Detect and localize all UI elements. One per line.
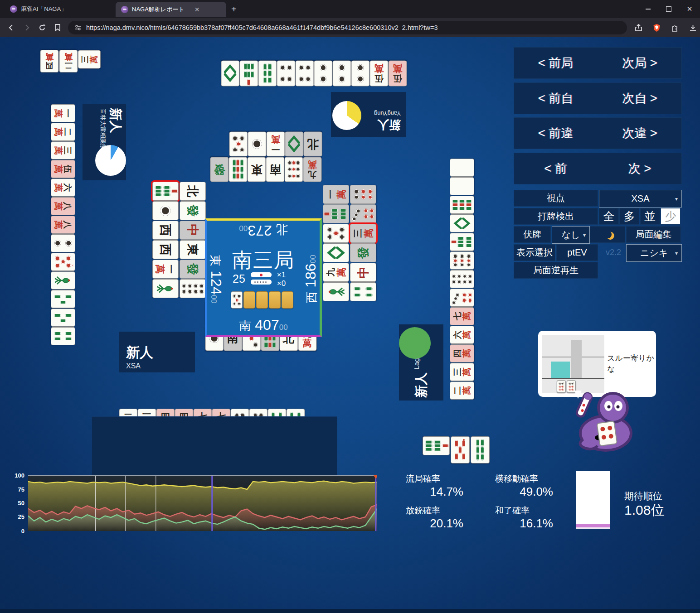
- ytick-50: 50: [12, 500, 24, 507]
- tile-E: 東: [180, 240, 206, 259]
- tile-5p: [323, 224, 349, 243]
- player-box-right: 新人 Lagrima: [399, 324, 443, 401]
- tile-6p: [350, 185, 376, 204]
- probability-timeline-chart[interactable]: [28, 475, 377, 531]
- score-south: 南 40700: [207, 317, 320, 334]
- player-rank: 新人: [413, 372, 430, 398]
- tile-0p: [51, 253, 75, 271]
- tile-8m: 八萬: [51, 197, 75, 215]
- player-rank: 新人: [126, 343, 195, 362]
- tile-back: [256, 291, 268, 309]
- stat-houjuu-label: 放銃確率: [406, 505, 440, 516]
- right-river-outer: 三萬發中: [350, 185, 376, 301]
- score-north: 北 27300: [207, 222, 320, 239]
- tile-2p: [351, 60, 369, 86]
- top-river-row2: 發東南九萬: [210, 157, 321, 182]
- tile-F: 發: [180, 201, 206, 220]
- top-river-row1: 一萬北: [229, 131, 322, 156]
- tile-7s: [323, 204, 349, 223]
- suggestion-bar-through: [571, 340, 582, 378]
- player-box-bottom: 新人 XSA: [119, 332, 195, 372]
- tile-2p: [51, 234, 75, 252]
- tile-1s: [152, 279, 179, 298]
- tile-back: [243, 291, 255, 309]
- tile-back: [269, 291, 281, 309]
- left-river-inner: 北發中東發: [180, 182, 206, 298]
- tile-8p: [180, 279, 206, 298]
- tile-7p: [450, 289, 474, 307]
- tile-P: [450, 177, 474, 195]
- tile-5p: [229, 131, 248, 156]
- tile-3m: 三萬: [78, 50, 101, 68]
- tile-N: 北: [180, 182, 206, 201]
- tile-7s: [152, 182, 179, 201]
- center-info-panel: 北 27300 東 12400 西 18600 南 40700 南三局 25 ×…: [205, 218, 322, 337]
- naga-mascot: [566, 380, 635, 452]
- tile-back: [282, 291, 293, 309]
- round-detail: 25 ×1 ×0: [233, 270, 286, 288]
- suggestion-bar-call: [551, 362, 570, 378]
- rank-distribution-bar: [576, 471, 610, 531]
- tile-1s: [51, 271, 75, 290]
- expected-rank-value: 1.08位: [624, 501, 664, 520]
- tile-5m: 伍萬: [51, 160, 75, 178]
- honba-stick-icon: [251, 280, 272, 285]
- tile-7s: [423, 436, 450, 455]
- stick-counts: ×1 ×0: [277, 270, 286, 288]
- top-hand: 伍萬伍萬: [221, 60, 407, 86]
- tile-F: 發: [210, 157, 228, 182]
- tile-6s: [471, 436, 490, 463]
- tile-S: 南: [266, 157, 284, 182]
- tile-7m: 七萬: [450, 307, 474, 325]
- tile-5p: [231, 291, 243, 309]
- ytick-100: 100: [12, 472, 24, 479]
- tile-7p: [350, 204, 376, 223]
- left-hand: 一萬二萬三萬伍萬六萬八萬八萬: [51, 104, 75, 345]
- tile-1p: [152, 201, 179, 220]
- tile-6m: 六萬: [450, 326, 474, 344]
- tile-C: 中: [180, 221, 206, 240]
- tile-3s: [51, 309, 75, 327]
- stat-houra-label: 和了確率: [495, 505, 530, 516]
- baseline: [542, 378, 604, 379]
- tile-2m: 二萬: [450, 381, 474, 400]
- tile-9m: 九萬: [323, 263, 349, 282]
- tile-9m: 九萬: [303, 157, 321, 182]
- tile-9s: [450, 196, 474, 214]
- ytick-25: 25: [12, 513, 24, 520]
- tile-4p: [295, 60, 314, 86]
- tile-3s: [51, 290, 75, 308]
- tile-W: 西: [152, 221, 179, 240]
- tile-4s: [51, 327, 75, 345]
- tile-2p: [332, 60, 351, 86]
- tile-7s: [450, 233, 474, 251]
- tile-F: 發: [180, 260, 206, 279]
- tile-9s: [228, 157, 247, 182]
- ytick-75: 75: [12, 486, 24, 493]
- naga-report-page: < 前局 次局 > < 前自 次自 > < 前違 次違 > < 前 次 > 視点…: [0, 37, 700, 613]
- timer-pie-right: [399, 327, 431, 359]
- expected-rank-label: 期待順位: [624, 490, 662, 502]
- tile-C: 中: [350, 263, 376, 282]
- tile-4m: 四萬: [450, 344, 474, 362]
- footer-strip: [0, 609, 700, 613]
- stat-houra-value: 16.1%: [494, 516, 553, 531]
- tile-W: 西: [152, 240, 179, 259]
- tile-P: [450, 159, 474, 177]
- riichi-count: ×1: [277, 270, 286, 279]
- player-box-left: 新人 百林大雷粗腿熊: [83, 104, 126, 180]
- top-meld: 四萬二萬三萬: [40, 50, 101, 72]
- tile-6s: [258, 60, 277, 86]
- honba-count: ×0: [277, 279, 286, 288]
- ytick-0: 0: [12, 528, 24, 535]
- tile-8p: [450, 270, 474, 288]
- tile-1s: [323, 282, 349, 301]
- tile-6m: 六萬: [51, 179, 75, 197]
- riichi-stick-icon: [251, 272, 272, 277]
- tile-9p: [450, 251, 474, 270]
- tile-5m: 伍萬: [388, 60, 407, 86]
- tiles-remaining: 25: [233, 270, 245, 288]
- left-river-outer: 西西一萬: [152, 182, 179, 298]
- tile-8m: 八萬: [51, 216, 75, 234]
- tile-2m: 二萬: [51, 123, 75, 141]
